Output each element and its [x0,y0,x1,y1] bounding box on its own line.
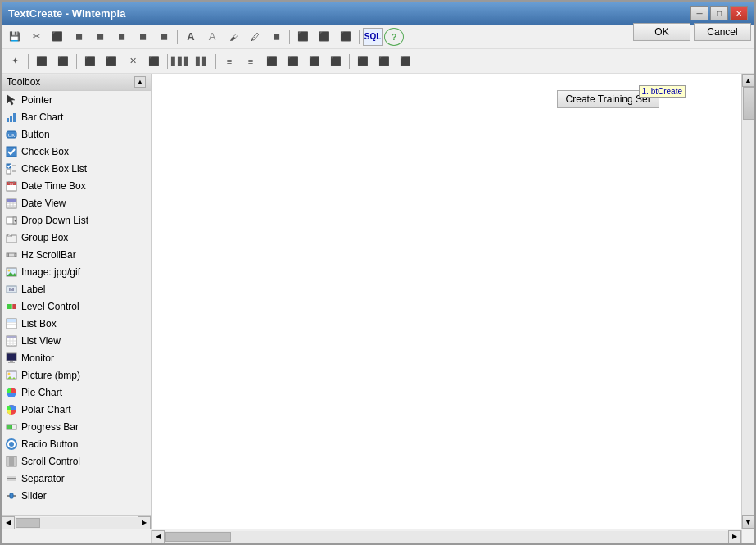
toolbox-item-polar-chart[interactable]: Polar Chart [2,401,151,418]
close-button[interactable]: ✕ [730,6,748,20]
toolbox-item-group-box[interactable]: Grp Group Box [2,229,151,246]
svg-text:Grp: Grp [7,234,12,237]
tb2-btn14[interactable]: ⬛ [305,52,324,70]
tb2-btn17[interactable]: ⬛ [374,52,394,70]
canvas-area[interactable]: Create Training Set 1. btCreate [152,74,741,529]
toolbox-item-progress-bar[interactable]: Progress Bar [2,418,151,435]
toolbox-scroll-up[interactable]: ▲ [134,76,146,88]
check-box-label: Check Box [21,146,69,157]
tb2-btn1[interactable]: ✦ [5,52,25,70]
tb2-btn9[interactable]: ▋▋ [192,52,212,70]
bottom-bar: ◀ ▶ [2,529,754,543]
toolbox-hz-thumb[interactable] [16,518,40,528]
tb1-btn4[interactable]: ◼ [69,28,88,46]
toolbox-item-button[interactable]: OK Button [2,125,151,143]
toolbox-item-bar-chart[interactable]: Bar Chart [2,108,151,125]
toolbox-item-scroll-control[interactable]: Scroll Control [2,452,151,470]
tb2-btn15[interactable]: ⬛ [326,52,346,70]
tb2-btn5[interactable]: ⬛ [102,52,121,70]
maximize-button[interactable]: □ [710,6,728,20]
tb2-btn6[interactable]: ✕ [123,52,143,70]
canvas-scroll-left[interactable]: ◀ [152,530,165,543]
monitor-label: Monitor [21,352,54,364]
title-bar-buttons: ─ □ ✕ [690,6,748,20]
cancel-button[interactable]: Cancel [694,23,751,41]
tb1-btn11[interactable]: 🖌 [224,28,243,46]
text-btn2[interactable]: A [202,28,222,46]
tb2-btn13[interactable]: ⬛ [283,52,303,70]
toolbox-scroll-left[interactable]: ◀ [2,516,15,529]
ok-button[interactable]: OK [633,23,690,41]
tb1-btn6[interactable]: ◼ [111,28,131,46]
bar-chart-label: Bar Chart [21,111,63,123]
toolbox-item-list-box[interactable]: List Box [2,315,151,332]
tb1-btn13[interactable]: ◼ [266,28,286,46]
sep3 [359,30,360,44]
svg-point-55 [8,372,11,375]
toolbox-item-check-box-list[interactable]: Check Box List [2,160,151,177]
toolbox-item-hz-scrollbar[interactable]: Hz ScrollBar [2,246,151,263]
toolbox-item-picture[interactable]: Picture (bmp) [2,366,151,384]
level-control-icon [5,300,18,313]
scroll-track[interactable] [742,87,755,515]
svg-point-64 [9,442,14,447]
tb1-btn3[interactable]: ⬛ [48,28,67,46]
tb1-btn15[interactable]: ⬛ [315,28,334,46]
toolbox-scroll-right[interactable]: ▶ [138,516,151,529]
svg-rect-3 [13,113,16,122]
monitor-icon [5,352,18,365]
tb1-btn12[interactable]: 🖊 [245,28,265,46]
text-button[interactable]: A [181,28,201,46]
scroll-up-button[interactable]: ▲ [742,74,755,87]
toolbox-item-date-view[interactable]: Date View [2,194,151,211]
scroll-thumb[interactable] [743,87,754,120]
list-view-icon [5,334,18,347]
svg-rect-17 [7,199,16,202]
toolbox-item-level-control[interactable]: Level Control [2,297,151,315]
svg-rect-51 [7,353,16,361]
svg-rect-44 [7,319,16,322]
tb1-btn5[interactable]: ◼ [90,28,110,46]
tb1-btn8[interactable]: ◼ [154,28,174,46]
svg-rect-2 [10,116,12,122]
tb2-btn3[interactable]: ⬛ [53,52,73,70]
toolbox-list[interactable]: Pointer Bar Chart [2,91,151,515]
svg-rect-8 [7,170,11,174]
tb1-btn16[interactable]: ⬛ [336,28,355,46]
scroll-down-button[interactable]: ▼ [742,515,755,529]
svg-text:31: 31 [10,181,14,185]
tb2-btn7[interactable]: ⬛ [144,52,164,70]
tb1-btn7[interactable]: ◼ [133,28,152,46]
drop-down-list-label: Drop Down List [21,215,88,226]
cut-button[interactable]: ✂ [26,28,46,46]
toolbox-item-check-box[interactable]: Check Box [2,143,151,160]
tb2-btn11[interactable]: ≡ [241,52,260,70]
toolbox-item-date-time-box[interactable]: 31 Date Time Box [2,177,151,194]
toolbox-item-drop-down-list[interactable]: Drop Down List [2,211,151,229]
canvas-hz-thumb[interactable] [165,532,231,542]
toolbox-item-separator[interactable]: Separator [2,470,151,487]
sql-button[interactable]: SQL [363,28,383,46]
polar-chart-icon [5,403,18,416]
tb2-btn8[interactable]: ▋▋▋ [171,52,191,70]
tb2-btn18[interactable]: ⬛ [396,52,415,70]
toolbox-item-list-view[interactable]: List View [2,332,151,349]
save-button[interactable]: 💾 [5,28,25,46]
tb1-btn14[interactable]: ⬛ [293,28,313,46]
help-button[interactable]: ? [384,28,404,46]
minimize-button[interactable]: ─ [690,6,708,20]
tb2-btn4[interactable]: ⬛ [80,52,100,70]
tb2-btn2[interactable]: ⬛ [32,52,52,70]
toolbox-item-image[interactable]: Image: jpg/gif [2,263,151,280]
toolbox-item-pie-chart[interactable]: Pie Chart [2,384,151,401]
tb2-btn16[interactable]: ⬛ [353,52,373,70]
toolbox-item-label[interactable]: INI Label [2,280,151,297]
toolbox-item-monitor[interactable]: Monitor [2,349,151,366]
tb2-btn12[interactable]: ⬛ [262,52,282,70]
tb2-btn10[interactable]: ≡ [220,52,239,70]
toolbox-item-pointer[interactable]: Pointer [2,91,151,108]
toolbox-item-slider[interactable]: Slider [2,487,151,504]
list-view-label: List View [21,335,61,347]
toolbox-item-radio-button[interactable]: Radio Button [2,435,151,452]
canvas-scroll-right[interactable]: ▶ [728,530,741,543]
